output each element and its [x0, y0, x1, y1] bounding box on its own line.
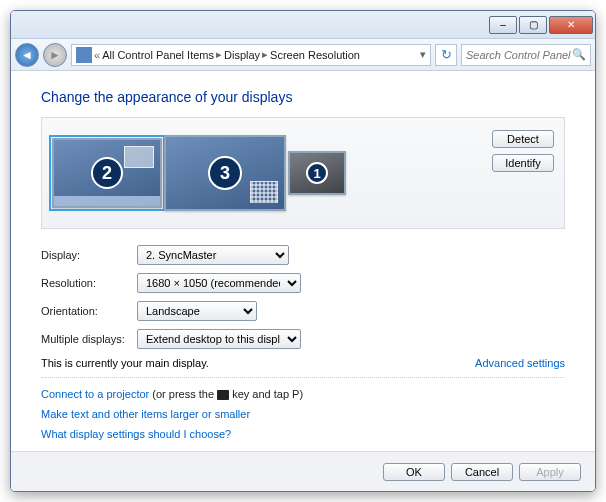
- multiple-displays-label: Multiple displays:: [41, 333, 137, 345]
- detect-button[interactable]: Detect: [492, 130, 554, 148]
- calendar-preview-icon: [250, 181, 278, 203]
- monitor-number: 2: [91, 157, 123, 189]
- resolution-select[interactable]: 1680 × 1050 (recommended): [137, 273, 301, 293]
- display-select[interactable]: 2. SyncMaster: [137, 245, 289, 265]
- search-input[interactable]: [466, 49, 572, 61]
- monitors-group[interactable]: 2 3 1: [52, 135, 346, 211]
- footer: OK Cancel Apply: [11, 451, 595, 491]
- resolution-label: Resolution:: [41, 277, 137, 289]
- display-label: Display:: [41, 249, 137, 261]
- content-area: Change the appearance of your displays 2…: [11, 71, 595, 451]
- breadcrumb-dropdown-icon[interactable]: ▾: [420, 48, 426, 61]
- close-button[interactable]: ✕: [549, 16, 593, 34]
- taskbar-preview: [54, 196, 160, 206]
- window-preview-icon: [124, 146, 154, 168]
- minimize-button[interactable]: –: [489, 16, 517, 34]
- control-panel-icon: [76, 47, 92, 63]
- forward-button: ►: [43, 43, 67, 67]
- identify-button[interactable]: Identify: [492, 154, 554, 172]
- ok-button[interactable]: OK: [383, 463, 445, 481]
- apply-button: Apply: [519, 463, 581, 481]
- monitor-1[interactable]: 1: [288, 151, 346, 195]
- help-choose-link[interactable]: What display settings should I choose?: [41, 428, 565, 440]
- orientation-select[interactable]: Landscape: [137, 301, 257, 321]
- text-size-link[interactable]: Make text and other items larger or smal…: [41, 408, 565, 420]
- advanced-settings-link[interactable]: Advanced settings: [475, 357, 565, 369]
- multiple-displays-select[interactable]: Extend desktop to this display: [137, 329, 301, 349]
- breadcrumb-item[interactable]: Screen Resolution: [270, 49, 360, 61]
- chevron-right-icon: ▸: [262, 48, 268, 61]
- monitor-3[interactable]: 3: [164, 135, 286, 211]
- orientation-label: Orientation:: [41, 305, 137, 317]
- monitor-number: 1: [306, 162, 328, 184]
- breadcrumb-overflow[interactable]: «: [94, 49, 100, 61]
- back-button[interactable]: ◄: [15, 43, 39, 67]
- breadcrumb-item[interactable]: Display: [224, 49, 260, 61]
- page-heading: Change the appearance of your displays: [41, 89, 565, 105]
- search-icon: 🔍: [572, 48, 586, 61]
- refresh-button[interactable]: ↻: [435, 44, 457, 66]
- projector-hint-text: key and tap P): [229, 388, 303, 400]
- arrangement-buttons: Detect Identify: [492, 130, 554, 172]
- monitor-number: 3: [208, 156, 242, 190]
- chevron-right-icon: ▸: [216, 48, 222, 61]
- cancel-button[interactable]: Cancel: [451, 463, 513, 481]
- titlebar: – ▢ ✕: [11, 11, 595, 39]
- windows-key-icon: [217, 390, 229, 400]
- navbar: ◄ ► « All Control Panel Items ▸ Display …: [11, 39, 595, 71]
- connect-projector-link[interactable]: Connect to a projector: [41, 388, 149, 400]
- window: – ▢ ✕ ◄ ► « All Control Panel Items ▸ Di…: [10, 10, 596, 492]
- breadcrumb[interactable]: « All Control Panel Items ▸ Display ▸ Sc…: [71, 44, 431, 66]
- search-box[interactable]: 🔍: [461, 44, 591, 66]
- breadcrumb-item[interactable]: All Control Panel Items: [102, 49, 214, 61]
- main-display-text: This is currently your main display.: [41, 357, 209, 369]
- projector-hint-text: (or press the: [149, 388, 217, 400]
- maximize-button[interactable]: ▢: [519, 16, 547, 34]
- monitor-2[interactable]: 2: [52, 138, 162, 208]
- display-arrangement-box[interactable]: 2 3 1 Detect Identify: [41, 117, 565, 229]
